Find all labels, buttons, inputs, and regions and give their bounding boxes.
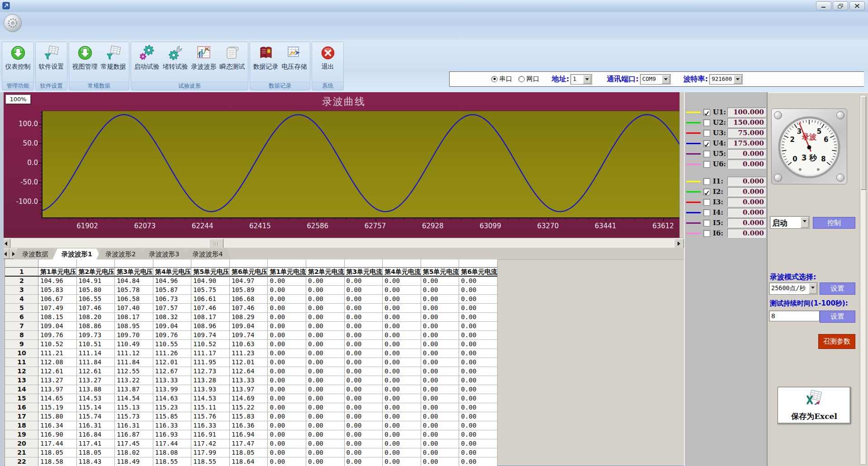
i4-checkbox[interactable] [703,209,710,216]
voltage-cell: 113.28 [191,376,230,385]
record-mode-select[interactable]: 25600点/秒 [769,282,818,295]
voltage-cell: 104.96 [153,277,192,286]
current-cell: 0.00 [345,430,383,439]
app-menu-orb[interactable] [4,14,22,32]
x-axis-tick [663,218,664,221]
sheet-tab-record-wave4[interactable]: 录波波形4 [184,249,232,259]
data-table[interactable]: 1第1单元电压第2单元电压第3单元电压第4单元电压第5单元电压第6单元电压第1单… [5,259,498,466]
sheet-tab-record-data[interactable]: 录波数据 [13,249,57,259]
current-cell: 0.00 [421,304,460,313]
control-button[interactable]: 控制 [813,217,855,229]
general-data-button[interactable]: 常规数据 [99,43,128,71]
i5-checkbox[interactable] [703,220,710,226]
minimize-button[interactable] [816,1,831,10]
u3-checkbox[interactable] [703,130,710,137]
current-cell: 0.00 [345,358,383,367]
restore-button[interactable] [833,1,848,10]
current-cell: 0.00 [345,304,383,313]
table-row: 9110.52110.51110.49110.55110.52110.630.0… [5,340,498,349]
voltage-cell: 115.14 [77,403,115,412]
voltage-cell: 104.96 [38,277,77,286]
panel-vertical-scrollbar[interactable] [860,95,866,465]
svg-text:3 秒: 3 秒 [802,153,818,162]
current-cell: 0.00 [383,367,421,376]
sheet-tab-record-wave2[interactable]: 录波波形2 [96,249,145,259]
scrollbar-thumb[interactable] [861,96,866,190]
duration-set-button[interactable]: 设置 [820,311,855,323]
chart-horizontal-scrollbar[interactable] [0,238,684,248]
voltage-cell: 116.90 [38,430,77,439]
record-mode-set-button[interactable]: 设置 [820,282,855,295]
voltage-cell: 117.44 [38,439,77,448]
i1-checkbox[interactable] [703,178,710,185]
column-header-cell: 第3单元电压 [115,267,153,277]
wave-record-label: 录波波形 [191,63,217,71]
app-icon [2,2,10,10]
svg-text:5: 5 [817,127,821,136]
voltage-cell: 113.33 [230,376,268,385]
current-cell: 0.00 [306,295,345,304]
i2-checkbox[interactable] [703,188,710,195]
voltage-cell: 115.83 [230,412,268,421]
u2-checkbox[interactable] [703,119,710,126]
current-cell: 0.00 [459,403,498,412]
duration-input[interactable]: 8 [769,311,820,321]
current-cell: 0.00 [383,448,421,457]
wave-record-button[interactable]: 录波波形 [190,43,218,71]
address-select[interactable]: 1 [570,74,592,85]
sheet-tab-record-wave3[interactable]: 录波波形3 [140,249,188,259]
scroll-right-button[interactable] [674,239,684,249]
comm-port-select[interactable]: COM9 [640,74,671,85]
data-log-button[interactable]: 数据记录 [251,43,280,71]
save-excel-button[interactable]: 保存为Excel [778,387,851,424]
transient-test-button[interactable]: 瞬态测试 [218,43,247,71]
serial-radio[interactable] [491,76,498,82]
software-settings-button[interactable]: 软件设置 [37,43,66,71]
u6-checkbox[interactable] [703,161,710,168]
start-test-button[interactable]: 启动试验 [133,43,161,71]
u4-checkbox[interactable] [703,140,710,147]
x-axis-tick [548,218,549,221]
voltage-cell: 116.31 [115,421,153,430]
u5-checkbox[interactable] [703,151,710,157]
i6-checkbox[interactable] [703,230,710,237]
sheet-tab-record-wave1[interactable]: 录波波形1 [52,249,101,259]
u1-label: U1: [713,108,727,116]
x-axis-tick [490,218,491,221]
exit-button[interactable]: 退出 [313,43,342,71]
view-manage-button[interactable]: 视图管理 [71,43,99,71]
i6-channel-row: I6:0.000 [686,229,766,238]
voltage-cell: 108.20 [77,313,115,322]
current-cell: 0.00 [268,295,306,304]
meter-control-button[interactable]: 仪表控制 [4,43,32,71]
close-button[interactable] [849,1,865,10]
voltage-store-button[interactable]: 电压存储 [280,43,308,71]
readback-params-button[interactable]: 召测参数 [818,334,855,349]
voltage-cell: 107.40 [115,304,153,313]
current-cell: 0.00 [345,367,383,376]
i4-value: 0.000 [727,208,766,217]
baud-rate-select[interactable]: 921600 [709,74,743,85]
i3-legend-line [686,202,701,203]
row-number-cell: 5 [5,304,38,313]
voltage-cell: 116.33 [191,421,230,430]
quick-access-row: ? [0,12,868,26]
network-radio[interactable] [518,76,525,82]
u2-value: 150.000 [727,118,766,127]
voltage-cell: 118.64 [230,457,268,466]
voltage-cell: 105.80 [77,286,115,295]
x-axis-tick-label: 62415 [240,222,280,230]
u1-checkbox[interactable] [703,109,710,116]
baud-rate-label: 波特率: [683,75,708,84]
table-row: 5107.49107.46107.40107.57107.46107.460.0… [5,304,498,313]
voltage-cell: 112.67 [153,367,192,376]
chart-vertical-scrollbar[interactable] [679,92,684,238]
current-cell: 0.00 [306,286,345,295]
current-cell: 0.00 [383,295,421,304]
scrollbar-thumb[interactable] [209,239,223,249]
svg-text:3: 3 [797,127,802,136]
i3-checkbox[interactable] [703,199,710,206]
voltage-cell: 105.75 [191,286,230,295]
stall-test-button[interactable]: 堵转试验 [161,43,190,71]
start-mode-select[interactable]: 启动 [770,216,810,229]
